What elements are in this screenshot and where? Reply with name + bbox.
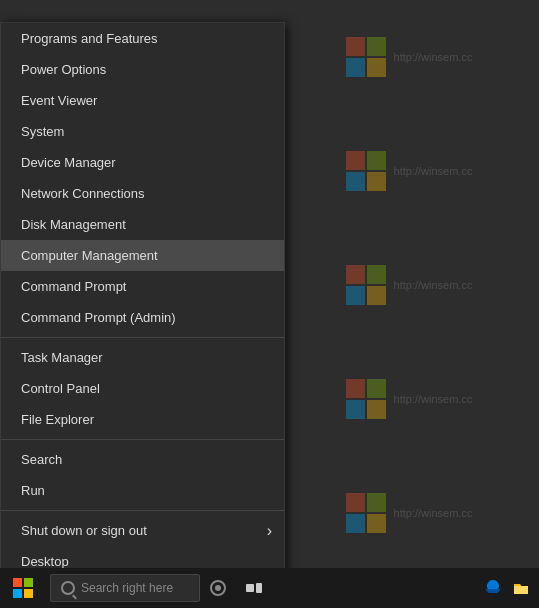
start-button[interactable] bbox=[0, 568, 45, 608]
search-icon bbox=[61, 581, 75, 595]
menu-item-shut-down[interactable]: Shut down or sign out bbox=[1, 515, 284, 546]
taskview-icon bbox=[246, 583, 262, 593]
menu-item-programs-features[interactable]: Programs and Features bbox=[1, 23, 284, 54]
menu-separator-12 bbox=[1, 439, 284, 440]
edge-icon[interactable] bbox=[483, 578, 503, 598]
menu-item-task-manager[interactable]: Task Manager bbox=[1, 342, 284, 373]
menu-item-disk-management[interactable]: Disk Management bbox=[1, 209, 284, 240]
menu-separator-9 bbox=[1, 337, 284, 338]
menu-item-file-explorer[interactable]: File Explorer bbox=[1, 404, 284, 435]
cortana-button[interactable] bbox=[200, 568, 236, 608]
menu-item-run[interactable]: Run bbox=[1, 475, 284, 506]
folder-icon[interactable] bbox=[511, 578, 531, 598]
taskbar-search-box[interactable]: Search right here bbox=[50, 574, 200, 602]
taskbar: Search right here bbox=[0, 568, 539, 608]
menu-item-control-panel[interactable]: Control Panel bbox=[1, 373, 284, 404]
menu-item-command-prompt[interactable]: Command Prompt bbox=[1, 271, 284, 302]
menu-item-device-manager[interactable]: Device Manager bbox=[1, 147, 284, 178]
menu-item-power-options[interactable]: Power Options bbox=[1, 54, 284, 85]
menu-item-command-prompt-admin[interactable]: Command Prompt (Admin) bbox=[1, 302, 284, 333]
menu-item-event-viewer[interactable]: Event Viewer bbox=[1, 85, 284, 116]
menu-separator-14 bbox=[1, 510, 284, 511]
cortana-icon bbox=[210, 580, 226, 596]
taskview-button[interactable] bbox=[236, 568, 272, 608]
search-placeholder-text: Search right here bbox=[81, 581, 173, 595]
menu-item-network-connections[interactable]: Network Connections bbox=[1, 178, 284, 209]
context-menu: Programs and FeaturesPower OptionsEvent … bbox=[0, 22, 285, 578]
menu-item-computer-management[interactable]: Computer Management bbox=[1, 240, 284, 271]
system-tray bbox=[475, 578, 539, 598]
menu-item-system[interactable]: System bbox=[1, 116, 284, 147]
menu-item-search[interactable]: Search bbox=[1, 444, 284, 475]
start-logo bbox=[13, 578, 33, 598]
